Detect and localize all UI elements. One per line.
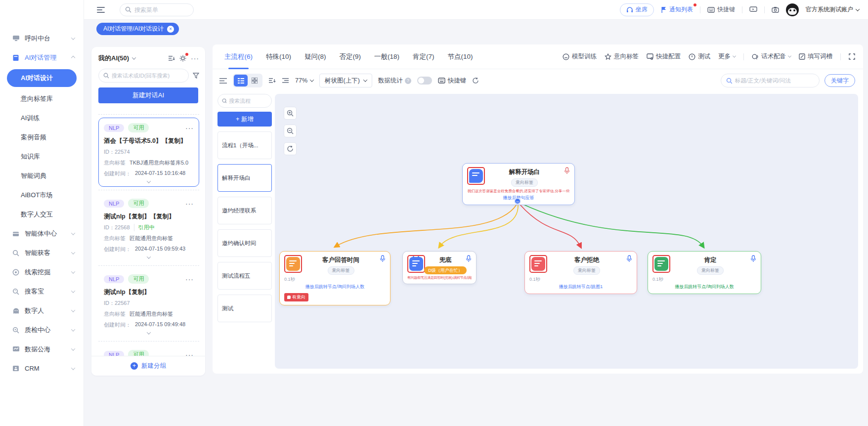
- mic-icon[interactable]: [466, 255, 472, 262]
- tab-positive[interactable]: 肯定(7): [413, 44, 434, 69]
- collapse-menu-icon[interactable]: [97, 7, 105, 13]
- help-icon[interactable]: ?: [405, 78, 411, 84]
- sidebar-item-qc-center[interactable]: 质检中心: [0, 320, 84, 340]
- reset-view-button[interactable]: [284, 142, 297, 155]
- mic-icon[interactable]: [380, 255, 386, 262]
- canvas-hotkey-button[interactable]: 快捷键: [438, 77, 467, 85]
- data-stats-toggle[interactable]: [417, 77, 432, 85]
- hotkey-button[interactable]: 快捷键: [707, 5, 735, 14]
- collapse-children-button[interactable]: −: [514, 198, 521, 205]
- mic-icon[interactable]: [750, 255, 756, 262]
- sidebar-item-acquisition[interactable]: 智能获客: [0, 243, 84, 262]
- expand-chevron-icon[interactable]: [104, 332, 194, 335]
- keyword-search[interactable]: [721, 74, 820, 87]
- zoom-select[interactable]: 77%: [295, 77, 313, 84]
- zoom-out-button[interactable]: [284, 125, 297, 137]
- filter-icon[interactable]: [193, 73, 199, 79]
- ai-search[interactable]: [98, 69, 189, 83]
- layout-select[interactable]: 树状图(上下): [319, 74, 372, 87]
- sidebar-item-soukebao[interactable]: 搜客宝: [0, 282, 84, 301]
- create-dialog-ai-button[interactable]: 新建对话AI: [98, 87, 198, 103]
- flow-item[interactable]: 测试流程五: [217, 262, 272, 290]
- voice-dub-dropdown[interactable]: 话术配音: [752, 52, 791, 61]
- list-view-button[interactable]: [234, 75, 248, 86]
- tab-question[interactable]: 疑问(8): [304, 44, 326, 69]
- flow-search-input[interactable]: [229, 98, 267, 104]
- workbench-icon[interactable]: [749, 6, 757, 13]
- sidebar-subitem-digital-human[interactable]: 数字人交互: [0, 205, 84, 224]
- account-menu[interactable]: 官方系统测试账户: [806, 5, 859, 14]
- keyword-search-input[interactable]: [735, 78, 814, 84]
- card-more-icon[interactable]: ···: [185, 277, 194, 281]
- collapse-flow-list-icon[interactable]: [219, 78, 227, 84]
- tab-negative[interactable]: 否定(9): [340, 44, 361, 69]
- tab-general[interactable]: 一般(18): [374, 44, 399, 69]
- model-train-button[interactable]: 模型训练: [563, 52, 597, 61]
- ai-card[interactable]: NLP 可用 ··· 测试nlp222 ID：22541引用中: [98, 344, 199, 356]
- sidebar-item-data-sea[interactable]: 数据公海: [0, 340, 84, 359]
- fullscreen-icon[interactable]: [849, 53, 855, 60]
- flow-canvas[interactable]: 解释开场白 意向标签 我们这次答谢宴是全程免费合餐的,还安排了专家评估,分享一些…: [275, 94, 858, 369]
- tab-main-flow[interactable]: 主流程(6): [224, 44, 253, 69]
- sidebar-item-digital-person[interactable]: 数字人: [0, 301, 84, 320]
- card-more-icon[interactable]: ···: [185, 202, 194, 206]
- sidebar-subitem-ai-dialog-design[interactable]: AI对话设计: [7, 69, 77, 87]
- flow-item[interactable]: 邀约确认时间: [217, 229, 272, 257]
- add-flow-button[interactable]: + 新增: [217, 112, 272, 127]
- breadcrumb[interactable]: AI对话管理/AI对话设计 ×: [96, 23, 179, 35]
- keyword-button[interactable]: 关键字: [825, 74, 855, 87]
- flow-item-selected[interactable]: 解释开场白: [217, 164, 272, 192]
- node-fallback[interactable]: 兜底 D级（用户在忙） 有问题都无法满足回答时(兜底)-跳转节点/跳图1: [402, 251, 477, 284]
- menu-search-input[interactable]: [134, 6, 184, 13]
- sidebar-item-lead-mining[interactable]: 线索挖掘: [0, 262, 84, 282]
- fill-slot-button[interactable]: 填写词槽: [799, 52, 832, 61]
- more-icon[interactable]: ···: [191, 56, 199, 60]
- node-customer-answer-time[interactable]: 客户回答时间 意向标签 0.1秒 播放后跳转节点/询问到场人数 有意向: [279, 251, 391, 305]
- grid-view-button[interactable]: [248, 75, 261, 86]
- sidebar-item-call-center[interactable]: 呼叫中台: [0, 29, 84, 48]
- expand-chevron-icon[interactable]: [104, 180, 194, 183]
- more-dropdown[interactable]: 更多: [718, 52, 736, 61]
- sidebar-item-crm[interactable]: CRM: [0, 359, 84, 378]
- screenshot-icon[interactable]: [772, 6, 779, 13]
- flow-item[interactable]: 测试: [217, 295, 272, 322]
- my-ai-dropdown[interactable]: 我的AI(50): [98, 54, 135, 63]
- node-positive[interactable]: 肯定 意向标签 0.1秒 播放后跳转节点/询问到场人数: [648, 251, 761, 294]
- sidebar-subitem-aibot-market[interactable]: AiBOT市场: [0, 185, 84, 205]
- agent-button[interactable]: 坐席: [620, 3, 654, 16]
- ai-card[interactable]: NLP 可用 ··· 酒会【子母话术5.0】【复制】 ID：22574 意向标签…: [98, 118, 199, 187]
- test-button[interactable]: 测试: [689, 52, 710, 61]
- ai-card[interactable]: NLP 可用 ··· 测试nlp【复制】【复制】 ID：22568引用中 意向标…: [98, 193, 199, 262]
- new-group-button[interactable]: + 新建分组: [91, 356, 205, 376]
- sort-icon[interactable]: [168, 55, 175, 61]
- node-customer-reject[interactable]: 客户拒绝 意向标签 0.1秒 播放后跳转节点/跳图1: [524, 251, 637, 294]
- quick-config-button[interactable]: 快捷配置: [647, 52, 681, 61]
- ai-card[interactable]: NLP 可用 ··· 测试nlp【复制】 ID：22567 意向标签匠能通用意向…: [98, 269, 199, 338]
- sidebar-item-ai-dialog[interactable]: AI对话管理: [0, 48, 84, 67]
- sidebar-subitem-intent-tags[interactable]: 意向标签库: [0, 89, 84, 108]
- expand-chevron-icon[interactable]: [104, 256, 194, 259]
- mic-icon[interactable]: [626, 255, 632, 262]
- sidebar-subitem-case-audio[interactable]: 案例音频: [0, 128, 84, 147]
- menu-search[interactable]: [120, 3, 194, 16]
- close-icon[interactable]: ×: [167, 26, 174, 33]
- avatar[interactable]: [786, 3, 799, 16]
- flow-item[interactable]: 流程1（开场...: [217, 131, 272, 159]
- sidebar-subitem-ai-training[interactable]: AI训练: [0, 108, 84, 128]
- sidebar-subitem-smart-dict[interactable]: 智能词典: [0, 166, 84, 185]
- intent-tag-button[interactable]: 意向标签: [605, 52, 639, 61]
- sidebar-item-agent-center[interactable]: 智能体中心: [0, 224, 84, 243]
- notifications-button[interactable]: 通知列表: [661, 5, 693, 14]
- zoom-in-button[interactable]: [284, 107, 297, 120]
- sort-desc-icon[interactable]: [268, 78, 276, 84]
- tab-nodes[interactable]: 节点(10): [448, 44, 473, 69]
- card-more-icon[interactable]: ···: [185, 126, 194, 130]
- refresh-icon[interactable]: [472, 77, 479, 84]
- mic-icon[interactable]: [564, 167, 570, 174]
- flow-item[interactable]: 邀约经理联系: [217, 197, 272, 224]
- tab-special[interactable]: 特殊(10): [266, 44, 291, 69]
- ai-search-input[interactable]: [112, 73, 184, 79]
- indent-icon[interactable]: [282, 78, 289, 84]
- flow-search[interactable]: [217, 94, 272, 108]
- sidebar-subitem-knowledge[interactable]: 知识库: [0, 147, 84, 166]
